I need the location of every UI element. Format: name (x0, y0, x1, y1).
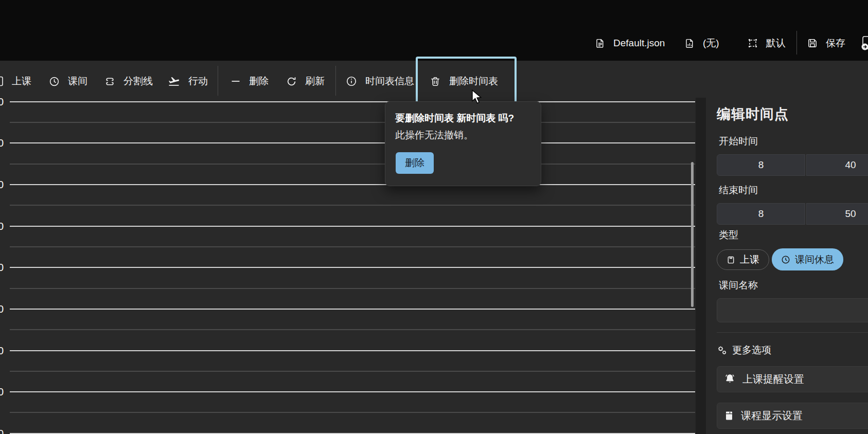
export-button[interactable] (860, 33, 868, 53)
header-separator (796, 31, 797, 55)
save-button[interactable]: 保存 (807, 33, 845, 53)
title-bar: Default.json (无) 默认 保存 (0, 0, 868, 61)
time-tick-label: 0 (0, 303, 6, 315)
account-export-icon (860, 35, 868, 51)
toolbar-item-label: 课间 (68, 75, 87, 88)
start-time-row: 8 40 (717, 154, 868, 176)
toolbar-item-label: 上课 (12, 75, 31, 88)
timeline-minor-line (10, 288, 695, 289)
clock-icon (49, 76, 60, 87)
timeline-scrollbar[interactable] (691, 162, 694, 307)
time-tick-label: 0 (0, 428, 6, 434)
delete-timetable-focus-ring (416, 57, 517, 107)
confirm-delete-button[interactable]: 删除 (396, 152, 434, 174)
save-icon (807, 38, 818, 49)
timeline-major-line (10, 184, 695, 185)
profile-label: (无) (703, 37, 719, 50)
edit-panel: 编辑时间点 开始时间 8 40 结束时间 8 50 类型 上课 (706, 98, 868, 434)
time-tick-label: 0 (0, 179, 6, 191)
profile-button[interactable]: (无) (684, 33, 719, 53)
end-minute-input[interactable]: 50 (806, 203, 868, 225)
start-minute-input[interactable]: 40 (806, 154, 868, 176)
course-display-settings-label: 课程显示设置 (741, 409, 803, 423)
default-label: 默认 (766, 37, 786, 50)
app-window: Default.json (无) 默认 保存 (0, 0, 868, 434)
document-icon (595, 38, 606, 49)
dialog-title: 要删除时间表 新时间表 吗? (395, 112, 514, 125)
split-icon (104, 76, 115, 87)
time-tick-label: 0 (0, 262, 6, 274)
gears-icon (717, 345, 727, 355)
toolbar-item-label: 刷新 (305, 75, 325, 88)
minus-icon (231, 76, 241, 86)
time-tick-label: 0 (0, 137, 6, 149)
start-time-label: 开始时间 (719, 135, 758, 148)
timeline-grid[interactable]: 000000000 (0, 92, 697, 434)
timeline-minor-line (10, 246, 695, 247)
type-option-class[interactable]: 上课 (717, 249, 769, 270)
more-options-label: 更多选项 (732, 343, 771, 357)
break-name-input[interactable] (717, 298, 868, 322)
time-tick-label: 0 (0, 96, 6, 108)
toolbar-item-label: 时间表信息 (365, 75, 414, 88)
time-tick-label: 0 (0, 345, 6, 357)
start-hour-input[interactable]: 8 (717, 154, 805, 176)
panel-title: 编辑时间点 (717, 105, 789, 123)
type-label: 类型 (719, 228, 738, 242)
timeline-major-line (10, 142, 695, 143)
current-file-label: Default.json (613, 38, 665, 49)
time-tick-label: 0 (0, 386, 6, 398)
end-time-row: 8 50 (717, 203, 868, 225)
chart-file-icon (684, 38, 695, 49)
section-divider (717, 332, 868, 333)
takeoff-icon (168, 75, 180, 87)
current-file-button[interactable]: Default.json (595, 33, 665, 53)
timeline-minor-line (10, 205, 695, 206)
default-button[interactable]: 默认 (747, 33, 786, 53)
more-options-header: 更多选项 (717, 343, 771, 357)
info-icon (346, 76, 357, 87)
toolbar-item-label: 删除 (249, 75, 269, 88)
bell-icon (724, 373, 736, 385)
timeline-major-line (10, 391, 695, 392)
selection-icon (747, 38, 758, 49)
reminder-settings-label: 上课提醒设置 (742, 372, 804, 386)
timeline-major-line (10, 309, 695, 310)
save-label: 保存 (826, 37, 845, 50)
toolbar-item-label: 分割线 (123, 75, 153, 88)
type-option-break[interactable]: 课间休息 (772, 248, 843, 270)
end-time-label: 结束时间 (719, 184, 758, 197)
timeline-major-line (10, 101, 695, 102)
timeline-minor-line (10, 164, 695, 165)
bookmark-icon (0, 76, 4, 87)
timeline-minor-line (10, 122, 695, 123)
timeline-major-line (10, 267, 695, 268)
panel-separator (696, 98, 706, 434)
type-option-label: 上课 (740, 253, 759, 266)
delete-confirm-dialog: 要删除时间表 新时间表 吗? 此操作无法撤销。 删除 (385, 101, 541, 186)
type-option-label: 课间休息 (795, 253, 834, 266)
reminder-settings-expander[interactable]: 上课提醒设置 (717, 366, 868, 392)
end-hour-input[interactable]: 8 (717, 203, 805, 225)
timeline-major-line (10, 350, 695, 351)
bookmark-icon (727, 256, 735, 264)
timeline-minor-line (10, 329, 695, 330)
dialog-message: 此操作无法撤销。 (395, 129, 473, 142)
mouse-cursor (471, 89, 485, 108)
toolbar-item-label: 行动 (188, 75, 208, 88)
timeline-minor-line (10, 412, 695, 413)
notebook-icon (724, 410, 734, 421)
break-name-label: 课间名称 (719, 279, 758, 292)
timeline-minor-line (10, 371, 695, 372)
timeline-major-line (10, 226, 695, 227)
refresh-icon (286, 76, 297, 87)
course-display-settings-expander[interactable]: 课程显示设置 (717, 403, 868, 429)
time-tick-label: 0 (0, 221, 6, 232)
clock-icon (781, 255, 790, 264)
